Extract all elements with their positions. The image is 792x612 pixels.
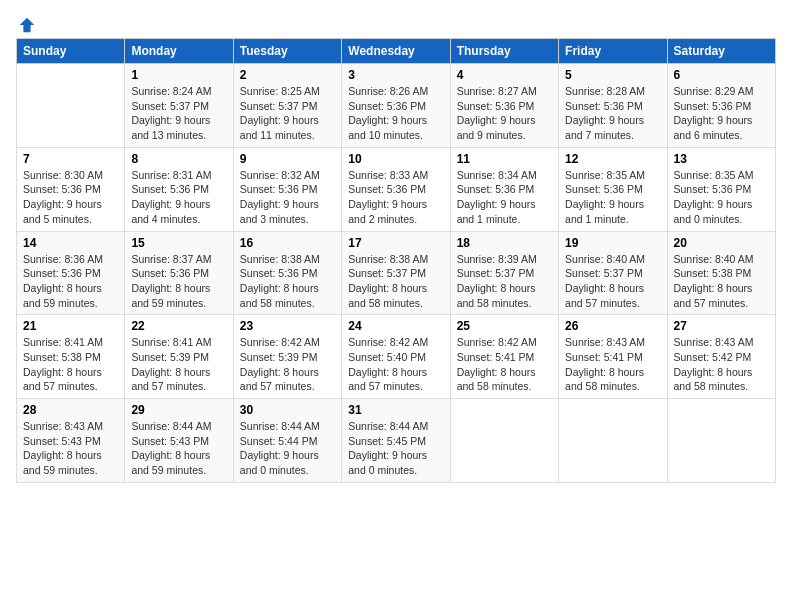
day-number: 7 — [23, 152, 118, 166]
calendar-cell — [450, 399, 558, 483]
day-info: Sunrise: 8:38 AM Sunset: 5:36 PM Dayligh… — [240, 252, 335, 311]
day-number: 21 — [23, 319, 118, 333]
calendar-cell: 10Sunrise: 8:33 AM Sunset: 5:36 PM Dayli… — [342, 147, 450, 231]
day-number: 27 — [674, 319, 769, 333]
calendar-cell: 14Sunrise: 8:36 AM Sunset: 5:36 PM Dayli… — [17, 231, 125, 315]
calendar-cell — [17, 64, 125, 148]
day-number: 30 — [240, 403, 335, 417]
day-info: Sunrise: 8:42 AM Sunset: 5:40 PM Dayligh… — [348, 335, 443, 394]
day-number: 23 — [240, 319, 335, 333]
calendar-cell: 4Sunrise: 8:27 AM Sunset: 5:36 PM Daylig… — [450, 64, 558, 148]
day-info: Sunrise: 8:42 AM Sunset: 5:41 PM Dayligh… — [457, 335, 552, 394]
calendar-cell: 30Sunrise: 8:44 AM Sunset: 5:44 PM Dayli… — [233, 399, 341, 483]
weekday-header: Sunday — [17, 39, 125, 64]
day-info: Sunrise: 8:43 AM Sunset: 5:41 PM Dayligh… — [565, 335, 660, 394]
calendar-cell: 23Sunrise: 8:42 AM Sunset: 5:39 PM Dayli… — [233, 315, 341, 399]
calendar-cell: 5Sunrise: 8:28 AM Sunset: 5:36 PM Daylig… — [559, 64, 667, 148]
day-info: Sunrise: 8:34 AM Sunset: 5:36 PM Dayligh… — [457, 168, 552, 227]
day-number: 13 — [674, 152, 769, 166]
day-info: Sunrise: 8:37 AM Sunset: 5:36 PM Dayligh… — [131, 252, 226, 311]
day-info: Sunrise: 8:29 AM Sunset: 5:36 PM Dayligh… — [674, 84, 769, 143]
day-number: 18 — [457, 236, 552, 250]
calendar-body: 1Sunrise: 8:24 AM Sunset: 5:37 PM Daylig… — [17, 64, 776, 483]
logo-icon — [18, 16, 36, 34]
day-info: Sunrise: 8:42 AM Sunset: 5:39 PM Dayligh… — [240, 335, 335, 394]
day-number: 26 — [565, 319, 660, 333]
calendar-cell: 24Sunrise: 8:42 AM Sunset: 5:40 PM Dayli… — [342, 315, 450, 399]
calendar-cell: 8Sunrise: 8:31 AM Sunset: 5:36 PM Daylig… — [125, 147, 233, 231]
calendar-table: SundayMondayTuesdayWednesdayThursdayFrid… — [16, 38, 776, 483]
day-number: 5 — [565, 68, 660, 82]
weekday-header: Wednesday — [342, 39, 450, 64]
day-info: Sunrise: 8:41 AM Sunset: 5:39 PM Dayligh… — [131, 335, 226, 394]
day-info: Sunrise: 8:32 AM Sunset: 5:36 PM Dayligh… — [240, 168, 335, 227]
day-info: Sunrise: 8:38 AM Sunset: 5:37 PM Dayligh… — [348, 252, 443, 311]
logo — [16, 16, 36, 30]
day-number: 19 — [565, 236, 660, 250]
day-info: Sunrise: 8:41 AM Sunset: 5:38 PM Dayligh… — [23, 335, 118, 394]
day-info: Sunrise: 8:28 AM Sunset: 5:36 PM Dayligh… — [565, 84, 660, 143]
day-number: 15 — [131, 236, 226, 250]
calendar-cell: 6Sunrise: 8:29 AM Sunset: 5:36 PM Daylig… — [667, 64, 775, 148]
calendar-cell: 1Sunrise: 8:24 AM Sunset: 5:37 PM Daylig… — [125, 64, 233, 148]
calendar-week-row: 28Sunrise: 8:43 AM Sunset: 5:43 PM Dayli… — [17, 399, 776, 483]
calendar-week-row: 14Sunrise: 8:36 AM Sunset: 5:36 PM Dayli… — [17, 231, 776, 315]
day-info: Sunrise: 8:43 AM Sunset: 5:42 PM Dayligh… — [674, 335, 769, 394]
calendar-week-row: 7Sunrise: 8:30 AM Sunset: 5:36 PM Daylig… — [17, 147, 776, 231]
day-number: 8 — [131, 152, 226, 166]
day-info: Sunrise: 8:26 AM Sunset: 5:36 PM Dayligh… — [348, 84, 443, 143]
weekday-header: Friday — [559, 39, 667, 64]
day-info: Sunrise: 8:33 AM Sunset: 5:36 PM Dayligh… — [348, 168, 443, 227]
day-info: Sunrise: 8:39 AM Sunset: 5:37 PM Dayligh… — [457, 252, 552, 311]
day-info: Sunrise: 8:24 AM Sunset: 5:37 PM Dayligh… — [131, 84, 226, 143]
header — [16, 16, 776, 30]
day-number: 16 — [240, 236, 335, 250]
svg-marker-0 — [20, 18, 34, 32]
calendar-cell: 21Sunrise: 8:41 AM Sunset: 5:38 PM Dayli… — [17, 315, 125, 399]
day-number: 3 — [348, 68, 443, 82]
day-number: 10 — [348, 152, 443, 166]
day-number: 24 — [348, 319, 443, 333]
calendar-cell: 15Sunrise: 8:37 AM Sunset: 5:36 PM Dayli… — [125, 231, 233, 315]
calendar-cell: 13Sunrise: 8:35 AM Sunset: 5:36 PM Dayli… — [667, 147, 775, 231]
day-info: Sunrise: 8:43 AM Sunset: 5:43 PM Dayligh… — [23, 419, 118, 478]
day-info: Sunrise: 8:27 AM Sunset: 5:36 PM Dayligh… — [457, 84, 552, 143]
calendar-cell: 12Sunrise: 8:35 AM Sunset: 5:36 PM Dayli… — [559, 147, 667, 231]
day-number: 9 — [240, 152, 335, 166]
day-info: Sunrise: 8:35 AM Sunset: 5:36 PM Dayligh… — [674, 168, 769, 227]
calendar-cell — [667, 399, 775, 483]
calendar-cell: 27Sunrise: 8:43 AM Sunset: 5:42 PM Dayli… — [667, 315, 775, 399]
day-number: 1 — [131, 68, 226, 82]
calendar-week-row: 1Sunrise: 8:24 AM Sunset: 5:37 PM Daylig… — [17, 64, 776, 148]
weekday-header: Tuesday — [233, 39, 341, 64]
calendar-cell: 3Sunrise: 8:26 AM Sunset: 5:36 PM Daylig… — [342, 64, 450, 148]
day-number: 11 — [457, 152, 552, 166]
calendar-cell: 20Sunrise: 8:40 AM Sunset: 5:38 PM Dayli… — [667, 231, 775, 315]
day-number: 29 — [131, 403, 226, 417]
day-info: Sunrise: 8:35 AM Sunset: 5:36 PM Dayligh… — [565, 168, 660, 227]
day-number: 2 — [240, 68, 335, 82]
calendar-cell — [559, 399, 667, 483]
day-info: Sunrise: 8:44 AM Sunset: 5:45 PM Dayligh… — [348, 419, 443, 478]
calendar-cell: 16Sunrise: 8:38 AM Sunset: 5:36 PM Dayli… — [233, 231, 341, 315]
day-info: Sunrise: 8:40 AM Sunset: 5:37 PM Dayligh… — [565, 252, 660, 311]
calendar-week-row: 21Sunrise: 8:41 AM Sunset: 5:38 PM Dayli… — [17, 315, 776, 399]
calendar-cell: 11Sunrise: 8:34 AM Sunset: 5:36 PM Dayli… — [450, 147, 558, 231]
calendar-cell: 18Sunrise: 8:39 AM Sunset: 5:37 PM Dayli… — [450, 231, 558, 315]
calendar-cell: 19Sunrise: 8:40 AM Sunset: 5:37 PM Dayli… — [559, 231, 667, 315]
day-info: Sunrise: 8:30 AM Sunset: 5:36 PM Dayligh… — [23, 168, 118, 227]
weekday-header: Monday — [125, 39, 233, 64]
day-info: Sunrise: 8:44 AM Sunset: 5:43 PM Dayligh… — [131, 419, 226, 478]
calendar-header-row: SundayMondayTuesdayWednesdayThursdayFrid… — [17, 39, 776, 64]
weekday-header: Saturday — [667, 39, 775, 64]
calendar-cell: 7Sunrise: 8:30 AM Sunset: 5:36 PM Daylig… — [17, 147, 125, 231]
day-info: Sunrise: 8:31 AM Sunset: 5:36 PM Dayligh… — [131, 168, 226, 227]
day-number: 25 — [457, 319, 552, 333]
day-info: Sunrise: 8:25 AM Sunset: 5:37 PM Dayligh… — [240, 84, 335, 143]
day-number: 22 — [131, 319, 226, 333]
day-number: 17 — [348, 236, 443, 250]
day-number: 28 — [23, 403, 118, 417]
day-number: 12 — [565, 152, 660, 166]
day-info: Sunrise: 8:36 AM Sunset: 5:36 PM Dayligh… — [23, 252, 118, 311]
calendar-cell: 31Sunrise: 8:44 AM Sunset: 5:45 PM Dayli… — [342, 399, 450, 483]
